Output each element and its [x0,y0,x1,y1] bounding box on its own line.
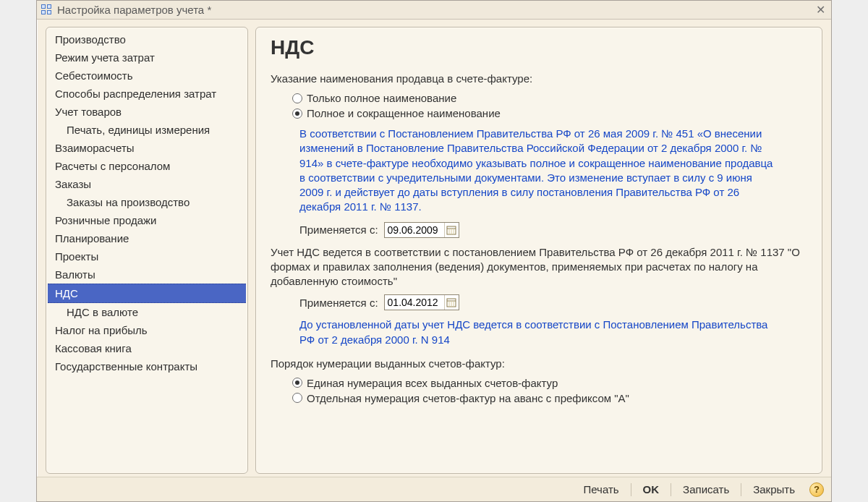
sidebar-item[interactable]: Расчеты с персоналом [48,157,246,175]
close-button[interactable]: Закрыть [746,482,802,497]
sidebar: ПроизводствоРежим учета затратСебестоимо… [46,27,248,474]
sidebar-item[interactable]: Государственные контракты [48,357,246,375]
radio-separate-numbering[interactable]: Отдельная нумерация счетов-фактур на ава… [292,392,807,404]
close-icon[interactable]: ✕ [814,4,827,17]
regulation-note-2: До установленной даты учет НДС ведется в… [299,318,777,347]
applies-from-row-2: Применяется с: [299,294,807,310]
separator [741,483,741,496]
sidebar-item[interactable]: Планирование [48,229,246,247]
sidebar-item[interactable]: Печать, единицы измерения [48,121,246,139]
calendar-icon[interactable] [444,295,459,310]
sidebar-item[interactable]: Кассовая книга [48,339,246,357]
page-title: НДС [271,36,807,59]
settings-window: Настройка параметров учета * ✕ Производс… [36,0,832,502]
radio-full-and-short[interactable]: Полное и сокращенное наименование [292,107,807,119]
date-input-1[interactable] [384,222,459,238]
save-button[interactable]: Записать [676,482,736,497]
ok-button[interactable]: OK [636,482,667,497]
sidebar-item[interactable]: Налог на прибыль [48,321,246,339]
radio-full-only[interactable]: Только полное наименование [292,92,807,104]
radio-icon [292,109,302,119]
titlebar: Настройка параметров учета * ✕ [37,1,831,20]
sidebar-item[interactable]: Производство [48,30,246,48]
sidebar-item[interactable]: Заказы на производство [48,193,246,211]
sidebar-item[interactable]: Розничные продажи [48,211,246,229]
calendar-icon[interactable] [444,223,459,237]
radio-icon [292,378,302,388]
sidebar-item[interactable]: Учет товаров [48,103,246,121]
separator [671,483,671,496]
numbering-label: Порядок нумерации выданных счетов-фактур… [271,357,807,370]
sidebar-item[interactable]: Взаиморасчеты [48,139,246,157]
sidebar-item[interactable]: Заказы [48,175,246,193]
regulation-para-2: Учет НДС ведется в соответствии с постан… [271,245,807,289]
applies-from-row-1: Применяется с: [299,222,807,238]
radio-label: Полное и сокращенное наименование [307,107,501,119]
date-input-2[interactable] [384,294,459,310]
window-body: ПроизводствоРежим учета затратСебестоимо… [37,20,831,477]
sidebar-item[interactable]: НДС [48,284,246,303]
sidebar-item[interactable]: Проекты [48,247,246,265]
sidebar-item[interactable]: НДС в валюте [48,303,246,321]
sidebar-item[interactable]: Валюты [48,265,246,284]
window-title: Настройка параметров учета * [57,4,814,16]
applies-from-label: Применяется с: [299,297,378,309]
radio-icon [292,393,302,403]
separator [631,483,631,496]
help-icon[interactable]: ? [809,482,824,497]
radio-label: Только полное наименование [307,92,456,104]
applies-from-label: Применяется с: [299,224,378,236]
sidebar-item[interactable]: Режим учета затрат [48,48,246,67]
radio-label: Единая нумерация всех выданных счетов-фа… [307,377,558,389]
date-field-1[interactable] [385,223,444,237]
seller-name-label: Указание наименования продавца в счете-ф… [271,72,807,85]
sidebar-item[interactable]: Себестоимость [48,67,246,85]
content-panel: НДС Указание наименования продавца в сче… [255,27,822,474]
regulation-note-1: В соответствии с Постановлением Правител… [299,127,777,215]
footer-toolbar: Печать OK Записать Закрыть ? [37,477,831,501]
radio-label: Отдельная нумерация счетов-фактур на ава… [307,392,629,404]
radio-icon [292,93,302,103]
app-icon [41,4,53,16]
print-button[interactable]: Печать [576,482,626,497]
sidebar-item[interactable]: Способы распределения затрат [48,85,246,103]
date-field-2[interactable] [385,295,444,310]
radio-single-numbering[interactable]: Единая нумерация всех выданных счетов-фа… [292,377,807,389]
